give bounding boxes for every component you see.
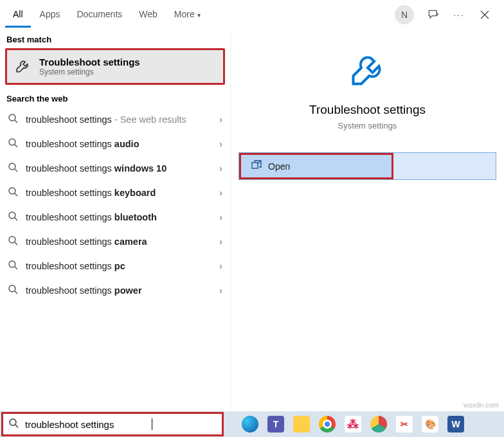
web-result-5[interactable]: troubleshoot settings camera› [0, 229, 230, 254]
svg-line-11 [15, 218, 17, 220]
paint-icon[interactable]: 🎨 [422, 416, 438, 433]
search-web-header: Search the web [0, 89, 230, 107]
svg-line-9 [15, 193, 17, 196]
wrench-icon [348, 50, 387, 91]
word-icon[interactable]: W [447, 416, 464, 433]
search-icon [8, 284, 18, 297]
taskbar-tray: T ⁂ ✂ 🎨 W [242, 416, 464, 433]
search-icon [8, 211, 18, 224]
tab-more[interactable]: More ▾ [166, 1, 208, 28]
best-match-header: Best match [0, 30, 230, 48]
chevron-right-icon: › [219, 139, 222, 149]
web-result-text: troubleshoot settings camera [26, 236, 212, 247]
snip-icon[interactable]: ✂ [396, 416, 413, 433]
taskbar: T ⁂ ✂ 🎨 W [0, 411, 504, 437]
search-icon [8, 235, 18, 248]
web-result-2[interactable]: troubleshoot settings windows 10› [0, 156, 230, 181]
web-result-0[interactable]: troubleshoot settings - See web results› [0, 107, 230, 132]
filter-tabs: All Apps Documents Web More ▾ [5, 1, 208, 28]
action-spacer[interactable] [393, 153, 496, 179]
user-avatar[interactable]: N [395, 5, 414, 24]
tab-all[interactable]: All [5, 1, 31, 28]
preview-title: Troubleshoot settings [309, 103, 426, 117]
svg-point-4 [9, 139, 15, 145]
web-result-text: troubleshoot settings - See web results [26, 114, 212, 125]
tab-web[interactable]: Web [131, 1, 165, 28]
svg-point-19 [10, 419, 16, 425]
search-icon [8, 260, 18, 272]
search-icon [8, 113, 18, 126]
chrome-canary-icon[interactable] [370, 416, 387, 433]
search-box[interactable] [1, 412, 224, 436]
best-match-result[interactable]: Troubleshoot settings System settings [5, 48, 225, 85]
web-result-text: troubleshoot settings bluetooth [26, 212, 212, 222]
results-panel: Best match Troubleshoot settings System … [0, 30, 230, 411]
svg-rect-18 [252, 163, 258, 168]
preview-actions: Open [239, 152, 496, 180]
close-button[interactable] [478, 8, 491, 21]
text-caret [152, 418, 152, 430]
svg-line-5 [15, 145, 17, 147]
web-result-4[interactable]: troubleshoot settings bluetooth› [0, 205, 230, 229]
web-result-1[interactable]: troubleshoot settings audio› [0, 132, 230, 156]
more-options-icon[interactable]: ··· [453, 8, 465, 21]
chevron-right-icon: › [219, 163, 222, 174]
feedback-icon[interactable] [427, 8, 440, 21]
watermark: wsxdn.com [464, 401, 499, 409]
svg-point-6 [9, 163, 15, 170]
svg-line-13 [15, 242, 17, 245]
svg-line-17 [15, 291, 17, 294]
web-result-text: troubleshoot settings pc [26, 261, 212, 271]
edge-icon[interactable] [242, 416, 258, 433]
web-result-3[interactable]: troubleshoot settings keyboard› [0, 181, 230, 205]
best-match-subtitle: System settings [39, 67, 140, 76]
web-result-6[interactable]: troubleshoot settings pc› [0, 254, 230, 278]
file-explorer-icon[interactable] [293, 416, 310, 433]
web-result-7[interactable]: troubleshoot settings power› [0, 278, 230, 303]
chevron-right-icon: › [219, 188, 222, 198]
chevron-right-icon: › [219, 236, 222, 247]
tab-apps[interactable]: Apps [32, 1, 68, 28]
svg-point-12 [9, 236, 15, 243]
search-icon [8, 418, 19, 431]
svg-point-2 [9, 114, 15, 121]
svg-line-15 [15, 267, 17, 269]
search-icon [8, 162, 18, 175]
svg-point-16 [9, 285, 15, 292]
chevron-right-icon: › [219, 261, 222, 271]
top-bar: All Apps Documents Web More ▾ N ··· [0, 0, 504, 30]
svg-line-20 [15, 425, 18, 427]
svg-line-3 [15, 120, 17, 123]
open-button[interactable]: Open [239, 153, 393, 179]
web-result-text: troubleshoot settings power [26, 285, 212, 296]
web-results-list: troubleshoot settings - See web results›… [0, 107, 230, 303]
tab-documents[interactable]: Documents [69, 1, 130, 28]
chevron-right-icon: › [219, 212, 222, 222]
open-icon [251, 160, 262, 172]
preview-subtitle: System settings [338, 121, 397, 130]
chevron-right-icon: › [219, 114, 222, 125]
svg-point-8 [9, 188, 15, 194]
search-icon [8, 186, 18, 199]
best-match-title: Troubleshoot settings [39, 57, 140, 67]
open-label: Open [268, 161, 290, 172]
web-result-text: troubleshoot settings keyboard [26, 188, 212, 198]
top-actions: N ··· [395, 5, 499, 24]
preview-panel: Troubleshoot settings System settings Op… [230, 30, 504, 411]
search-icon [8, 138, 18, 150]
web-result-text: troubleshoot settings audio [26, 139, 212, 149]
svg-point-14 [9, 261, 15, 267]
wrench-icon [15, 57, 32, 76]
chrome-icon[interactable] [319, 416, 336, 433]
svg-line-7 [15, 169, 17, 172]
teams-icon[interactable]: T [267, 416, 284, 433]
slack-icon[interactable]: ⁂ [345, 416, 361, 433]
svg-point-10 [9, 212, 15, 219]
chevron-right-icon: › [219, 285, 222, 296]
web-result-text: troubleshoot settings windows 10 [26, 163, 212, 174]
search-input[interactable] [24, 413, 152, 436]
